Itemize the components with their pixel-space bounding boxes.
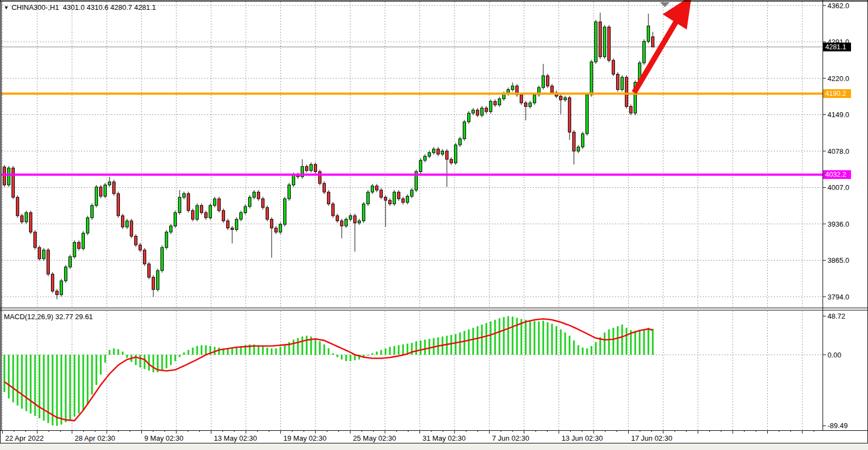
- candle: [227, 221, 229, 228]
- macd-histogram-bar: [275, 348, 277, 355]
- macd-histogram-bar: [166, 355, 168, 368]
- macd-histogram-bar: [578, 345, 579, 355]
- candle: [126, 221, 129, 227]
- candle: [319, 171, 321, 183]
- candle: [104, 185, 107, 197]
- macd-histogram-bar: [83, 355, 84, 411]
- macd-histogram-bar: [140, 355, 141, 367]
- macd-histogram-bar: [188, 350, 189, 355]
- macd-histogram-bar: [582, 348, 584, 355]
- macd-histogram-bar: [306, 336, 308, 355]
- macd-histogram-bar: [105, 355, 106, 363]
- indicator-label: MACD(12,26,9) 32.77 29.61: [4, 313, 93, 321]
- time-axis[interactable]: [0, 430, 868, 443]
- macd-histogram-bar: [420, 341, 422, 355]
- candle: [8, 168, 10, 185]
- macd-histogram-bar: [219, 348, 220, 355]
- candle: [433, 149, 435, 153]
- macd-histogram-bar: [468, 330, 470, 355]
- chart-canvas[interactable]: 4362.04291.04220.04149.04078.04007.03936…: [0, 0, 868, 450]
- candle: [367, 192, 370, 204]
- candle: [341, 221, 343, 226]
- candle: [599, 22, 602, 57]
- macd-histogram-bar: [398, 345, 400, 355]
- candle: [288, 185, 291, 199]
- macd-histogram-bar: [508, 316, 509, 355]
- macd-histogram-bar: [302, 337, 303, 355]
- candle: [595, 22, 597, 62]
- chart-title: ▼CHINA300-,H1 4301.0 4310.6 4280.7 4281.…: [4, 3, 156, 11]
- macd-histogram-bar: [293, 339, 295, 355]
- macd-histogram-bar: [61, 355, 62, 425]
- macd-histogram-bar: [8, 355, 10, 399]
- candle: [441, 151, 444, 154]
- macd-histogram-bar: [516, 318, 518, 355]
- candle: [200, 205, 203, 212]
- candle: [179, 197, 181, 212]
- macd-histogram-bar: [17, 355, 19, 406]
- candle: [481, 108, 484, 115]
- macd-histogram-bar: [376, 351, 378, 355]
- candle: [196, 205, 199, 219]
- candle: [157, 270, 159, 290]
- macd-histogram-bar: [267, 348, 268, 355]
- candle: [21, 216, 24, 222]
- macd-histogram-bar: [91, 355, 93, 395]
- macd-histogram-bar: [284, 344, 286, 355]
- macd-histogram-bar: [551, 324, 553, 355]
- macd-histogram-bar: [512, 316, 514, 355]
- candle: [520, 95, 523, 103]
- macd-histogram-bar: [162, 355, 163, 371]
- candle: [349, 216, 352, 220]
- macd-histogram-bar: [473, 328, 474, 355]
- candle: [647, 26, 650, 41]
- candle: [564, 98, 567, 100]
- macd-histogram-bar: [530, 321, 531, 355]
- macd-histogram-bar: [499, 318, 501, 355]
- candle: [122, 216, 124, 227]
- macd-histogram-bar: [389, 347, 391, 355]
- candle: [582, 134, 584, 147]
- candle: [143, 250, 146, 264]
- candle: [586, 95, 589, 134]
- candle: [284, 199, 286, 224]
- macd-histogram-bar: [39, 355, 41, 418]
- candle: [222, 211, 225, 221]
- macd-histogram-bar: [192, 348, 194, 355]
- macd-histogram-bar: [96, 355, 97, 385]
- macd-histogram-bar: [87, 355, 89, 404]
- candle: [476, 110, 479, 115]
- candle: [389, 200, 392, 204]
- candle: [266, 207, 269, 220]
- candle: [455, 145, 457, 163]
- macd-histogram-bar: [534, 321, 536, 355]
- candle: [468, 113, 470, 122]
- price-axis[interactable]: [823, 0, 868, 430]
- candle: [56, 291, 59, 295]
- macd-histogram-bar: [424, 339, 426, 355]
- macd-histogram-bar: [332, 353, 334, 355]
- macd-histogram-bar: [74, 355, 76, 417]
- macd-histogram-bar: [455, 334, 457, 355]
- candle: [652, 37, 654, 47]
- candle: [117, 194, 120, 216]
- candle: [310, 164, 313, 170]
- macd-histogram-bar: [600, 337, 601, 355]
- macd-histogram-bar: [416, 341, 417, 355]
- macd-histogram-bar: [109, 350, 111, 355]
- candle: [617, 74, 619, 90]
- candle: [573, 132, 576, 151]
- macd-histogram-bar: [569, 336, 571, 355]
- candle: [279, 224, 282, 232]
- macd-histogram-bar: [381, 350, 382, 355]
- macd-histogram-bar: [617, 326, 619, 355]
- trend-arrow-shaft: [634, 21, 676, 93]
- candle: [165, 232, 168, 247]
- candle: [406, 196, 409, 202]
- candle: [327, 192, 330, 204]
- macd-histogram-bar: [337, 355, 338, 357]
- candle: [130, 221, 133, 236]
- candle: [459, 139, 462, 145]
- macd-histogram-bar: [30, 355, 32, 413]
- candle: [152, 277, 155, 289]
